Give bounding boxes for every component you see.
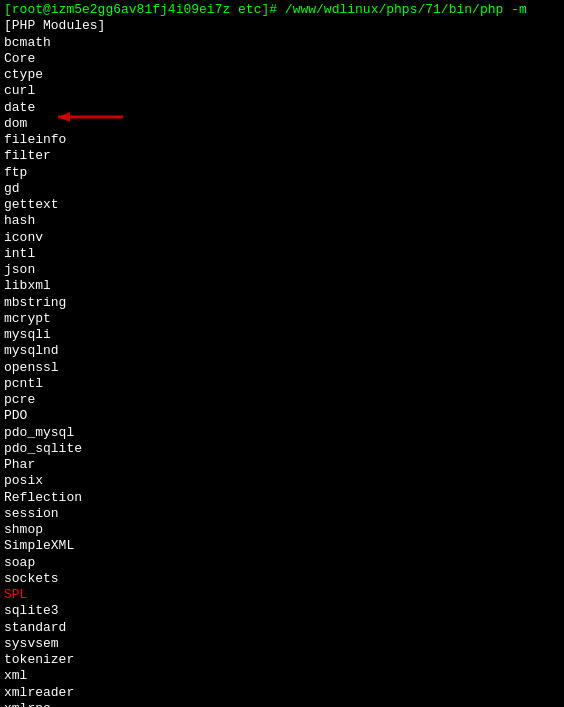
module-gettext: gettext (4, 197, 560, 213)
module-ftp: ftp (4, 165, 560, 181)
module-spl: SPL (4, 587, 560, 603)
module-fileinfo: fileinfo (4, 132, 560, 148)
module-openssl: openssl (4, 360, 560, 376)
svg-marker-1 (58, 112, 70, 122)
module-posix: posix (4, 473, 560, 489)
module-mcrypt: mcrypt (4, 311, 560, 327)
module-core: Core (4, 51, 560, 67)
php-modules-header: [PHP Modules] (4, 18, 560, 34)
arrow-svg (38, 108, 128, 126)
module-shmop: shmop (4, 522, 560, 538)
module-reflection: Reflection (4, 490, 560, 506)
module-libxml: libxml (4, 278, 560, 294)
module-pdo-sqlite: pdo_sqlite (4, 441, 560, 457)
module-ctype: ctype (4, 67, 560, 83)
module-pcre: pcre (4, 392, 560, 408)
module-xmlrpc: xmlrpc (4, 701, 560, 707)
module-mbstring: mbstring (4, 295, 560, 311)
module-sysvsem: sysvsem (4, 636, 560, 652)
module-pdo-mysql: pdo_mysql (4, 425, 560, 441)
module-simplexml: SimpleXML (4, 538, 560, 554)
module-hash: hash (4, 213, 560, 229)
module-gd: gd (4, 181, 560, 197)
module-curl: curl (4, 83, 560, 99)
module-tokenizer: tokenizer (4, 652, 560, 668)
prompt-line: [root@izm5e2gg6av81fj4i09ei7z etc]# /www… (4, 2, 560, 18)
red-arrow-indicator (38, 108, 128, 126)
module-phar: Phar (4, 457, 560, 473)
module-standard: standard (4, 620, 560, 636)
module-json: json (4, 262, 560, 278)
module-bcmath: bcmath (4, 35, 560, 51)
module-sqlite3: sqlite3 (4, 603, 560, 619)
module-pcntl: pcntl (4, 376, 560, 392)
module-sockets: sockets (4, 571, 560, 587)
module-mysqli: mysqli (4, 327, 560, 343)
terminal-window: [root@izm5e2gg6av81fj4i09ei7z etc]# /www… (0, 0, 564, 707)
module-xmlreader: xmlreader (4, 685, 560, 701)
module-mysqlnd: mysqlnd (4, 343, 560, 359)
module-soap: soap (4, 555, 560, 571)
module-filter: filter (4, 148, 560, 164)
module-pdo: PDO (4, 408, 560, 424)
module-iconv: iconv (4, 230, 560, 246)
module-session: session (4, 506, 560, 522)
module-intl: intl (4, 246, 560, 262)
module-xml: xml (4, 668, 560, 684)
